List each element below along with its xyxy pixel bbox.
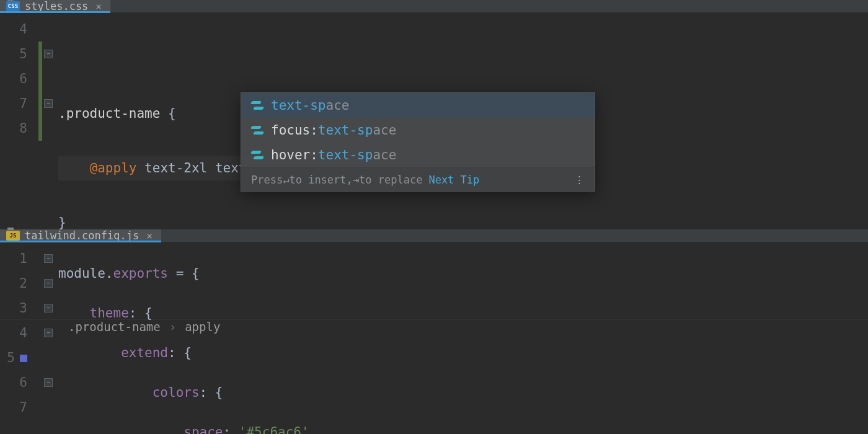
- css-file-icon: CSS: [6, 1, 20, 11]
- line-number: 1: [0, 246, 38, 271]
- autocomplete-popup: text-space focus:text-space hover:text-s…: [241, 92, 595, 192]
- brace: }: [58, 215, 66, 230]
- fold-toggle-icon[interactable]: −: [44, 50, 53, 58]
- fold-toggle-icon[interactable]: −: [44, 254, 53, 263]
- hint-text: to insert,: [289, 174, 352, 186]
- tailwind-icon: [251, 151, 264, 159]
- line-number: 5: [0, 42, 38, 66]
- tab-key-icon: ⇥: [353, 174, 359, 186]
- close-tab-icon[interactable]: ×: [146, 230, 153, 242]
- tab-bar-bottom: JS tailwind.config.js ×: [0, 229, 868, 242]
- tailwind-icon: [251, 126, 264, 135]
- fold-toggle-icon[interactable]: −: [44, 99, 53, 108]
- popup-footer: Press ↵ to insert, ⇥ to replace Next Tip…: [241, 167, 595, 191]
- suggestion-item[interactable]: focus:text-space: [241, 118, 595, 143]
- css-selector: .product-name: [58, 106, 160, 121]
- tab-filename: styles.css: [25, 0, 88, 12]
- enter-key-icon: ↵: [283, 174, 289, 186]
- suggestion-text: hover:text-space: [271, 148, 396, 162]
- tab-tailwind-config[interactable]: JS tailwind.config.js ×: [0, 229, 161, 242]
- vcs-change-bar: [38, 42, 42, 141]
- tailwind-icon: [251, 101, 264, 110]
- line-number: 7: [0, 395, 38, 420]
- fold-toggle-icon[interactable]: −: [44, 304, 53, 312]
- line-number: 6: [0, 370, 38, 395]
- fold-column-js: − − − − −: [38, 242, 58, 434]
- close-tab-icon[interactable]: ×: [95, 1, 102, 12]
- suggestion-item[interactable]: text-space: [241, 93, 595, 118]
- at-rule: @apply: [90, 161, 137, 175]
- line-number: 4: [0, 17, 38, 42]
- gutter-js: 1 2 3 4 5 6 7: [0, 242, 38, 434]
- line-number: 4: [0, 321, 38, 345]
- fold-toggle-icon[interactable]: −: [44, 279, 53, 288]
- line-number: 3: [0, 296, 38, 321]
- line-number: 8: [0, 116, 38, 141]
- code-body-js[interactable]: module.exports = { theme: { extend: { co…: [58, 242, 309, 434]
- color-swatch-icon[interactable]: [20, 355, 27, 362]
- line-number: 7: [0, 91, 38, 116]
- suggestion-item[interactable]: hover:text-space: [241, 143, 595, 167]
- code-area-js[interactable]: 1 2 3 4 5 6 7 − − − − − module.exports =…: [0, 242, 868, 434]
- hint-text: Press: [251, 174, 283, 186]
- suggestion-text: text-space: [271, 98, 349, 113]
- tab-bar-top: CSS styles.css ×: [0, 0, 868, 13]
- line-number: 6: [0, 66, 38, 91]
- editor-pane-js: JS tailwind.config.js × 1 2 3 4 5 6 7 − …: [0, 229, 868, 412]
- fold-toggle-icon[interactable]: −: [44, 378, 53, 387]
- brace: {: [168, 106, 176, 121]
- hint-text: to replace: [359, 174, 422, 186]
- js-file-icon: JS: [6, 231, 20, 241]
- tab-styles-css[interactable]: CSS styles.css ×: [0, 0, 110, 12]
- suggestion-text: focus:text-space: [271, 123, 396, 138]
- tab-filename: tailwind.config.js: [25, 229, 139, 242]
- next-tip-link[interactable]: Next Tip: [428, 174, 479, 186]
- more-options-icon[interactable]: ⋮: [574, 174, 586, 186]
- line-number: 2: [0, 271, 38, 296]
- editor-pane-css: CSS styles.css × 4 5 6 7 8 − − .product-…: [0, 0, 868, 229]
- fold-toggle-icon[interactable]: −: [44, 329, 53, 337]
- line-number: 5: [0, 345, 38, 370]
